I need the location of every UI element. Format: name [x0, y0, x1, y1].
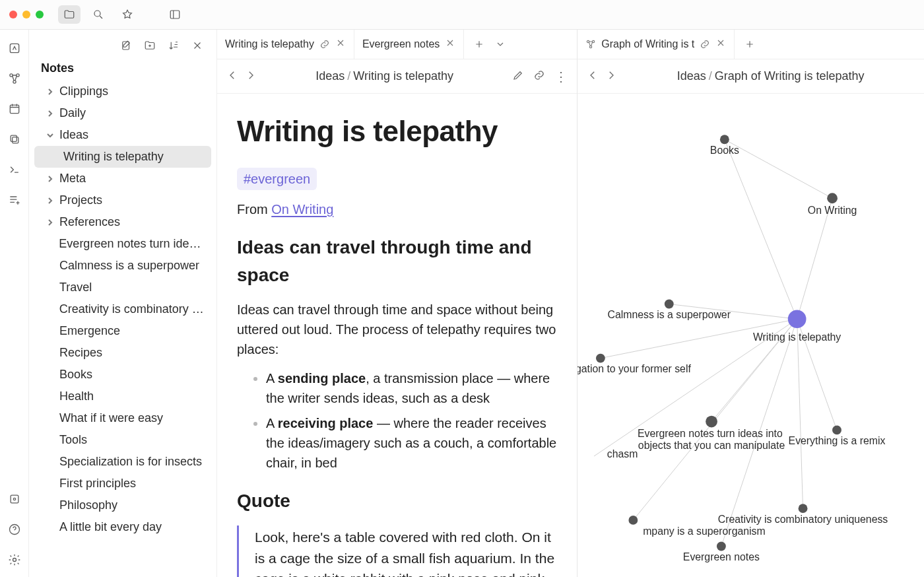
star-toolbar-button[interactable]: [116, 5, 139, 24]
svg-point-28: [720, 135, 729, 144]
settings-icon[interactable]: [8, 553, 21, 569]
svg-rect-6: [10, 105, 18, 114]
svg-point-29: [827, 193, 838, 203]
list-item[interactable]: Books: [34, 364, 211, 386]
tab-graph[interactable]: Graph of Writing is t: [578, 30, 735, 59]
close-icon[interactable]: [445, 38, 455, 51]
graph-node-label[interactable]: Everything is a remix: [789, 435, 886, 446]
tab-evergreen-notes[interactable]: Evergreen notes: [354, 30, 464, 59]
list-item[interactable]: Emergence: [34, 320, 211, 342]
graph-node-label[interactable]: Creativity is combinatory uniqueness: [718, 514, 888, 525]
folder-meta[interactable]: Meta: [34, 168, 211, 189]
list-item[interactable]: Tools: [34, 429, 211, 451]
svg-rect-8: [11, 135, 16, 141]
graph-pane: Graph of Writing is t Ideas/Graph of Wri…: [578, 30, 924, 577]
icon-rail: [0, 30, 29, 577]
collapse-button[interactable]: [187, 36, 207, 55]
quote: Look, here's a table covered with red cl…: [237, 526, 557, 577]
svg-line-27: [725, 139, 832, 198]
graph-node-label[interactable]: Writing is telepathy: [753, 331, 841, 343]
copy-icon[interactable]: [8, 133, 21, 149]
list-item[interactable]: Philosophy: [34, 494, 211, 516]
source-link[interactable]: On Writing: [271, 202, 333, 217]
folder-daily[interactable]: Daily: [34, 102, 211, 124]
vault-icon[interactable]: [8, 492, 21, 508]
graph-node-label[interactable]: On Writing: [808, 205, 857, 216]
list-item[interactable]: Specialization is for insects: [34, 451, 211, 473]
list-item[interactable]: Calmness is a superpower: [34, 255, 211, 277]
svg-point-33: [706, 416, 717, 428]
sidebar-toggle-button[interactable]: [164, 5, 186, 24]
list-item[interactable]: First principles: [34, 473, 211, 494]
quick-switcher-icon[interactable]: [8, 42, 21, 57]
minimize-window-button[interactable]: [22, 11, 30, 18]
svg-point-32: [596, 354, 605, 363]
graph-icon[interactable]: [8, 72, 21, 88]
note-writing-is-telepathy[interactable]: Writing is telepathy: [34, 146, 211, 168]
graph-node-label[interactable]: Evergreen notes turn ideas into objects …: [638, 428, 785, 451]
nav-back-button[interactable]: [587, 69, 599, 84]
new-tab-button[interactable]: [471, 36, 488, 53]
search-toolbar-button[interactable]: [87, 5, 110, 24]
graph-node-label[interactable]: Evergreen notes: [683, 551, 760, 562]
graph-node-label[interactable]: gation to your former self: [578, 363, 691, 374]
nav-forward-button[interactable]: [245, 69, 257, 84]
list-item[interactable]: Travel: [34, 277, 211, 298]
heading: Ideas can travel through time and space: [237, 234, 557, 289]
nav-back-button[interactable]: [226, 69, 238, 84]
svg-rect-2: [10, 44, 18, 52]
maximize-window-button[interactable]: [36, 11, 44, 18]
link-icon: [319, 39, 330, 50]
paragraph: Ideas can travel through time and space …: [237, 300, 557, 359]
graph-node-label[interactable]: mpany is a superorganism: [643, 526, 765, 537]
list-add-icon[interactable]: [8, 193, 21, 209]
list-item[interactable]: A little bit every day: [34, 516, 211, 538]
list-item[interactable]: What if it were easy: [34, 407, 211, 429]
graph-node-label[interactable]: chasm: [607, 448, 638, 459]
search-icon: [92, 9, 104, 20]
breadcrumb[interactable]: Ideas/Graph of Writing is telepathy: [626, 69, 915, 83]
svg-point-37: [799, 504, 808, 513]
tag-evergreen[interactable]: #evergreen: [237, 168, 317, 190]
folder-projects[interactable]: Projects: [34, 189, 211, 211]
graph-node-label[interactable]: Calmness is a superpower: [608, 309, 731, 320]
sidebar-section-title: Notes: [29, 59, 216, 81]
file-tree: Clippings Daily Ideas Writing is telepat…: [29, 81, 216, 577]
graph-node-label[interactable]: Books: [710, 145, 739, 156]
calendar-icon[interactable]: [8, 102, 21, 118]
star-icon: [121, 9, 133, 20]
source-line: From On Writing: [237, 199, 557, 219]
close-window-button[interactable]: [9, 11, 17, 18]
new-tab-button[interactable]: [741, 36, 758, 53]
folder-toolbar-button[interactable]: [58, 5, 81, 24]
list-item[interactable]: Creativity is combinatory u...: [34, 298, 211, 320]
close-icon[interactable]: [715, 38, 726, 51]
help-icon[interactable]: [8, 523, 21, 539]
editor-content[interactable]: Writing is telepathy #evergreen From On …: [217, 94, 577, 577]
new-folder-button[interactable]: [140, 36, 160, 55]
breadcrumb[interactable]: Ideas/Writing is telepathy: [266, 69, 503, 83]
svg-rect-1: [170, 11, 180, 18]
terminal-icon[interactable]: [8, 163, 21, 179]
folder-references[interactable]: References: [34, 211, 211, 233]
svg-line-25: [797, 319, 803, 508]
close-icon[interactable]: [335, 38, 346, 51]
link-pane-button[interactable]: [533, 69, 545, 84]
folder-ideas[interactable]: Ideas: [34, 124, 211, 146]
tab-writing-is-telepathy[interactable]: Writing is telepathy: [217, 30, 354, 59]
graph-view[interactable]: Books On Writing Calmness is a superpowe…: [578, 94, 924, 577]
svg-rect-7: [12, 137, 18, 143]
list-item: A sending place, a transmission place — …: [266, 368, 557, 408]
svg-point-30: [665, 300, 674, 309]
list-item[interactable]: Recipes: [34, 342, 211, 364]
sort-button[interactable]: [164, 36, 183, 55]
nav-forward-button[interactable]: [605, 69, 617, 84]
sidebar: Notes Clippings Daily Ideas Writing is t…: [29, 30, 217, 577]
new-note-button[interactable]: [116, 36, 136, 55]
list-item[interactable]: Evergreen notes turn ideas...: [34, 233, 211, 255]
folder-clippings[interactable]: Clippings: [34, 81, 211, 102]
page-title: Writing is telepathy: [237, 110, 557, 153]
edit-mode-button[interactable]: [512, 69, 524, 84]
list-item[interactable]: Health: [34, 386, 211, 407]
tab-list-button[interactable]: [492, 36, 509, 53]
